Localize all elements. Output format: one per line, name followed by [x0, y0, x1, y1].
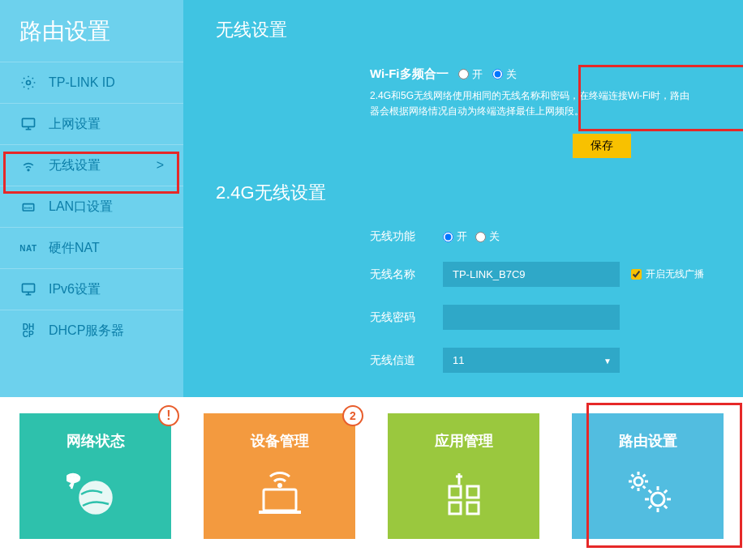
svg-point-13: [78, 480, 114, 515]
nav-card-app-mgmt[interactable]: 应用管理: [388, 413, 539, 539]
alert-badge: !: [158, 405, 179, 426]
merge-radio-on[interactable]: 开: [458, 67, 483, 82]
wireless-func-label: 无线功能: [370, 229, 443, 244]
section-title-24g: 2.4G无线设置: [216, 181, 735, 205]
password-input[interactable]: [443, 305, 620, 330]
content-panel: 无线设置 Wi-Fi多频合一 开 关 2.4G和5G无线网络使用相同的无线名称和…: [183, 0, 743, 397]
nav-card-title: 网络状态: [67, 431, 125, 451]
sidebar-item-tplink-id[interactable]: TP-LINK ID: [0, 62, 183, 103]
svg-point-0: [27, 81, 31, 85]
svg-point-16: [73, 476, 75, 477]
sidebar-item-wireless[interactable]: 无线设置 >: [0, 144, 183, 186]
nav-card-device-mgmt[interactable]: 设备管理 2: [204, 413, 355, 539]
count-badge: 2: [342, 405, 363, 426]
wifi-merge-label: Wi-Fi多频合一: [370, 66, 449, 82]
globe-icon: [67, 462, 125, 520]
sidebar-item-label: 上网设置: [49, 116, 101, 133]
sidebar-item-label: 硬件NAT: [49, 240, 100, 257]
sidebar-item-ipv6[interactable]: IPv6设置: [0, 268, 183, 310]
svg-rect-19: [264, 489, 296, 511]
svg-rect-23: [449, 502, 461, 514]
nat-icon: NAT: [19, 239, 37, 257]
svg-point-4: [28, 169, 29, 171]
func-radio-on[interactable]: 开: [443, 229, 467, 244]
sidebar: 路由设置 TP-LINK ID 上网设置 无线设置 > LAN口设置: [0, 0, 183, 397]
svg-rect-10: [23, 284, 35, 292]
svg-point-26: [651, 493, 664, 506]
nav-card-router-settings[interactable]: 路由设置: [572, 413, 724, 539]
ssid-label: 无线名称: [370, 267, 443, 282]
sidebar-item-label: DHCP服务器: [49, 323, 124, 340]
sidebar-item-label: IPv6设置: [49, 281, 101, 298]
apps-grid-icon: [435, 462, 493, 520]
svg-rect-22: [467, 486, 479, 498]
laptop-wifi-icon: [251, 462, 309, 520]
channel-select[interactable]: 11: [443, 348, 620, 373]
channel-label: 无线信道: [370, 353, 443, 368]
sidebar-item-lan[interactable]: LAN口设置: [0, 186, 183, 227]
sidebar-item-nat[interactable]: NAT 硬件NAT: [0, 227, 183, 268]
sidebar-item-label: LAN口设置: [49, 199, 113, 216]
ethernet-icon: [19, 198, 37, 216]
sidebar-item-label: 无线设置: [49, 157, 101, 174]
password-label: 无线密码: [370, 310, 443, 325]
svg-point-25: [634, 477, 642, 485]
func-radio-off[interactable]: 关: [475, 229, 500, 244]
nav-card-title: 设备管理: [251, 431, 309, 451]
nav-card-network-status[interactable]: 网络状态 !: [19, 413, 171, 539]
merge-radio-off[interactable]: 关: [492, 67, 517, 82]
chevron-right-icon: >: [157, 158, 164, 173]
sidebar-title: 路由设置: [0, 0, 183, 62]
nav-card-title: 应用管理: [435, 431, 493, 451]
monitor-icon: [19, 280, 37, 298]
svg-point-17: [76, 476, 78, 477]
dhcp-icon: DHCP: [19, 322, 37, 340]
svg-point-18: [278, 485, 281, 487]
ssid-input[interactable]: [443, 262, 620, 287]
svg-rect-21: [449, 486, 461, 498]
svg-rect-24: [467, 502, 479, 514]
merge-description: 2.4G和5G无线网络使用相同的无线名称和密码，在终端连接Wi-Fi时，路由器会…: [370, 88, 690, 119]
section-title-wireless: 无线设置: [216, 18, 735, 42]
monitor-icon: [19, 115, 37, 133]
svg-rect-1: [23, 118, 35, 126]
svg-rect-20: [259, 511, 301, 514]
broadcast-checkbox[interactable]: 开启无线广播: [631, 267, 704, 281]
bottom-nav: 网络状态 ! 设备管理 2 应用管理: [0, 397, 743, 560]
save-button[interactable]: 保存: [573, 134, 631, 158]
nav-card-title: 路由设置: [619, 431, 677, 451]
sidebar-item-internet[interactable]: 上网设置: [0, 103, 183, 144]
gears-icon: [619, 462, 677, 520]
gear-icon: [19, 74, 37, 92]
sidebar-item-label: TP-LINK ID: [49, 75, 115, 90]
sidebar-item-dhcp[interactable]: DHCP DHCP服务器: [0, 310, 183, 351]
svg-point-15: [70, 476, 71, 477]
wifi-icon: [19, 156, 37, 174]
